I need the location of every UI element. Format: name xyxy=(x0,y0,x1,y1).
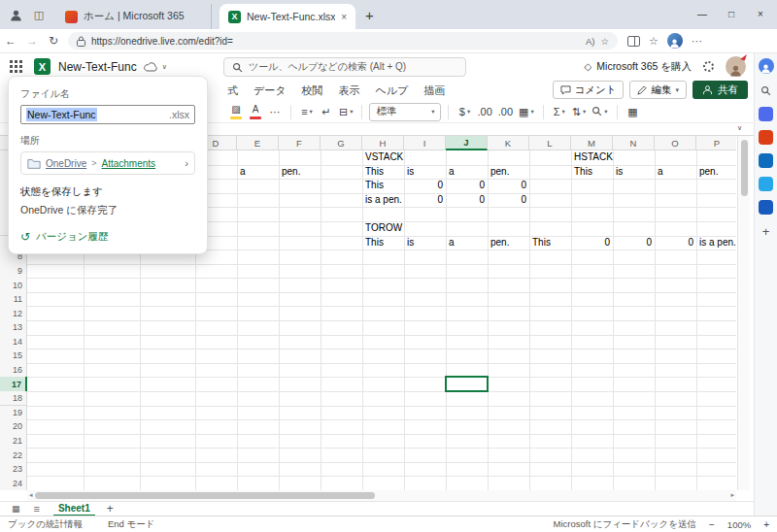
editing-mode-button[interactable]: 編集 ▾ xyxy=(629,81,687,99)
align-icon[interactable]: ≡▾ xyxy=(298,103,316,121)
number-format-select[interactable]: 標準▾ xyxy=(369,103,441,121)
column-header-M[interactable]: M xyxy=(571,136,613,150)
breadcrumb-onedrive[interactable]: OneDrive xyxy=(46,158,86,169)
grid-cell-P2[interactable]: pen. xyxy=(699,165,718,180)
grid-cell-P7[interactable]: is a pen. xyxy=(699,236,736,250)
grid-cell-K2[interactable]: pen. xyxy=(490,165,509,180)
formula-bar-expand-icon[interactable]: ∨ xyxy=(737,124,742,132)
close-button[interactable]: × xyxy=(746,0,775,29)
favorite-star-icon[interactable]: ☆ xyxy=(600,36,609,47)
ribbon-tab-式[interactable]: 式 xyxy=(227,83,238,98)
sidebar-app-icon-3[interactable] xyxy=(759,153,773,168)
column-header-N[interactable]: N xyxy=(613,136,655,150)
column-header-F[interactable]: F xyxy=(279,136,321,150)
grid-cell-F2[interactable]: pen. xyxy=(282,165,300,180)
refresh-button[interactable]: ↻ xyxy=(43,34,64,48)
autosum-icon[interactable]: Σ▾ xyxy=(551,103,568,121)
grid-cell-H6[interactable]: TOROW xyxy=(365,221,402,236)
comments-button[interactable]: コメント xyxy=(553,81,625,99)
column-header-J[interactable]: J xyxy=(446,136,488,150)
row-header-20[interactable]: 20 xyxy=(0,419,27,435)
row-header-15[interactable]: 15 xyxy=(0,349,27,364)
excel-logo-icon[interactable]: X xyxy=(34,58,51,75)
conditional-format-icon[interactable]: ▦▾ xyxy=(517,103,536,121)
grid-cell-O2[interactable]: a xyxy=(658,165,663,180)
browser-profile-icon[interactable] xyxy=(8,7,23,22)
row-header-22[interactable]: 22 xyxy=(0,448,27,463)
file-name-input[interactable]: New-Text-Func .xlsx xyxy=(20,105,195,124)
more-format-icon[interactable]: ⋯ xyxy=(266,103,284,121)
grid-cell-H7[interactable]: This xyxy=(365,236,384,250)
find-icon[interactable]: ▾ xyxy=(590,103,609,121)
document-title[interactable]: New-Text-Func xyxy=(58,60,137,74)
grid-cell-H2[interactable]: This xyxy=(365,165,384,180)
account-avatar[interactable] xyxy=(726,56,746,77)
ribbon-tab-データ[interactable]: データ xyxy=(253,83,287,98)
grid-cell-J7[interactable]: a xyxy=(449,236,455,250)
row-header-12[interactable]: 12 xyxy=(0,306,27,321)
font-color-icon[interactable]: A xyxy=(247,103,264,121)
grid-cell-I3[interactable]: 0 xyxy=(404,179,443,193)
sidebar-app-icon-1[interactable] xyxy=(759,107,773,121)
sheet-tab-sheet1[interactable]: Sheet1 xyxy=(53,502,95,516)
grid-cell-I2[interactable]: is xyxy=(407,165,414,180)
vertical-scrollbar[interactable] xyxy=(737,136,750,490)
version-history-link[interactable]: ↺ バージョン履歴 xyxy=(20,230,195,244)
row-header-21[interactable]: 21 xyxy=(0,434,27,449)
column-header-P[interactable]: P xyxy=(696,136,736,150)
grid-cell-J4[interactable]: 0 xyxy=(446,193,485,208)
sort-filter-icon[interactable]: ⇅▾ xyxy=(570,103,588,121)
settings-gear-icon[interactable] xyxy=(703,61,714,72)
grid-cell-J2[interactable]: a xyxy=(449,165,455,180)
ribbon-tab-描画[interactable]: 描画 xyxy=(423,83,445,98)
browser-menu-icon[interactable]: ⋯ xyxy=(692,35,702,48)
favorites-icon[interactable]: ☆ xyxy=(649,35,659,48)
grid-cell-N7[interactable]: 0 xyxy=(613,236,652,250)
grid-cell-N2[interactable]: is xyxy=(616,165,623,180)
workspaces-icon[interactable]: ◫ xyxy=(31,7,47,22)
cells-format-icon[interactable]: ▦ xyxy=(625,103,642,121)
grid-cell-M1[interactable]: HSTACK xyxy=(574,150,613,165)
zoom-in-button[interactable]: + xyxy=(763,519,769,530)
grid-cell-H1[interactable]: VSTACK xyxy=(365,150,403,165)
horizontal-scrollbar-thumb[interactable] xyxy=(35,492,375,499)
column-header-H[interactable]: H xyxy=(362,136,404,150)
split-screen-icon[interactable] xyxy=(627,36,640,47)
minimize-button[interactable]: — xyxy=(688,0,717,29)
column-header-K[interactable]: K xyxy=(488,136,529,150)
share-button[interactable]: 共有 xyxy=(693,81,748,99)
currency-format-icon[interactable]: $▾ xyxy=(456,103,473,121)
row-header-11[interactable]: 11 xyxy=(0,292,27,308)
buy-m365-button[interactable]: ◇ Microsoft 365 を購入 xyxy=(585,60,692,74)
title-chevron-icon[interactable]: ∨ xyxy=(162,63,167,71)
saved-status-icon[interactable] xyxy=(144,62,157,72)
ribbon-tab-表示[interactable]: 表示 xyxy=(339,83,360,98)
decimal-increase-icon[interactable]: .00 xyxy=(496,103,515,121)
browser-tab-home[interactable]: ホーム | Microsoft 365 xyxy=(56,4,212,29)
row-header-19[interactable]: 19 xyxy=(0,406,27,421)
grid-cell-M2[interactable]: This xyxy=(574,165,592,180)
sidebar-add-icon[interactable]: + xyxy=(759,223,774,239)
row-header-24[interactable]: 24 xyxy=(0,476,27,490)
scroll-right-icon[interactable]: ▸ xyxy=(730,491,734,499)
zoom-level[interactable]: 100% xyxy=(727,519,751,530)
grid-cell-J3[interactable]: 0 xyxy=(446,179,485,193)
grid-cell-K4[interactable]: 0 xyxy=(488,193,526,208)
scroll-left-icon[interactable]: ◂ xyxy=(29,491,33,499)
horizontal-scrollbar[interactable]: ◂ ▸ xyxy=(27,490,736,501)
grid-cell-K7[interactable]: pen. xyxy=(490,236,509,250)
row-header-16[interactable]: 16 xyxy=(0,363,27,379)
row-header-9[interactable]: 9 xyxy=(0,264,27,280)
sidebar-search-icon[interactable] xyxy=(759,83,774,98)
grid-cell-H3[interactable]: This xyxy=(365,179,384,193)
column-header-O[interactable]: O xyxy=(655,136,696,150)
column-header-I[interactable]: I xyxy=(404,136,446,150)
address-input[interactable]: https://onedrive.live.com/edit?id= A) ☆ xyxy=(68,32,618,50)
decimal-decrease-icon[interactable]: .00 xyxy=(475,103,493,121)
grid-cell-H4[interactable]: is a pen. xyxy=(365,193,402,208)
breadcrumb-attachments[interactable]: Attachments xyxy=(102,158,156,169)
back-button[interactable]: ← xyxy=(0,34,21,48)
workbook-statistics-button[interactable]: ブックの統計情報 xyxy=(8,518,83,531)
active-cell-selection[interactable] xyxy=(445,376,489,392)
grid-cell-E2[interactable]: a xyxy=(240,165,246,180)
